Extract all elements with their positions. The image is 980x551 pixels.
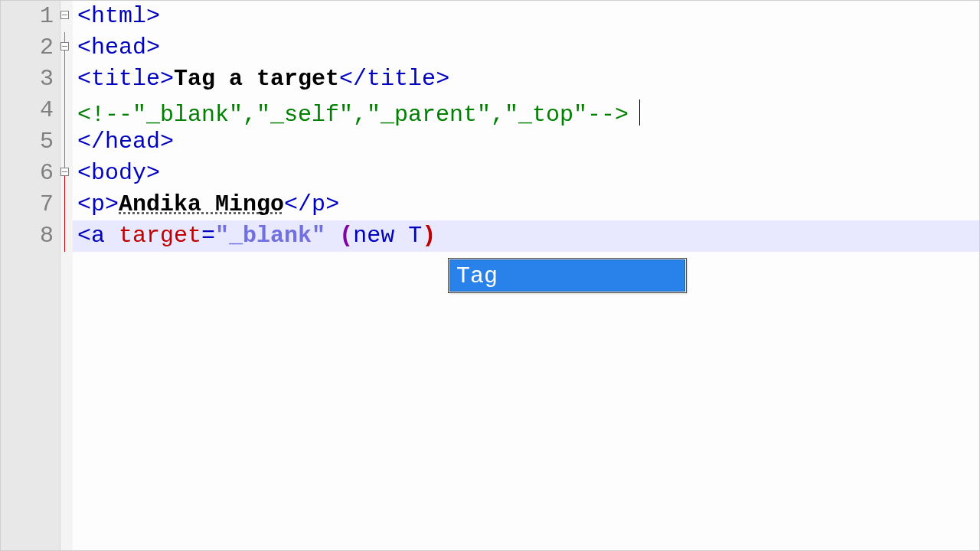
code-line[interactable]: <p>Andika Mingo</p>: [77, 189, 979, 220]
text-cursor: [639, 99, 640, 126]
line-number: 1: [1, 1, 54, 32]
fold-toggle-icon[interactable]: [60, 11, 69, 19]
fold-toggle-icon[interactable]: [60, 42, 69, 51]
code-area[interactable]: <html> <head> <title>Tag a target</title…: [73, 1, 979, 550]
autocomplete-popup[interactable]: Tag: [448, 258, 687, 293]
line-number-gutter: 1 2 3 4 5 6 7 8: [1, 1, 60, 550]
line-number: 8: [1, 220, 54, 252]
fold-toggle-icon[interactable]: [60, 168, 69, 176]
line-number: 5: [1, 126, 54, 158]
autocomplete-item[interactable]: Tag: [449, 259, 685, 292]
line-number: 6: [1, 158, 54, 189]
code-line[interactable]: </head>: [77, 126, 979, 158]
code-line[interactable]: <!--"_blank","_self","_parent","_top"-->: [77, 95, 979, 126]
line-number: 7: [1, 189, 54, 220]
line-number: 4: [1, 95, 54, 126]
line-number: 2: [1, 32, 54, 64]
fold-margin: [60, 1, 73, 550]
code-line[interactable]: <html>: [77, 1, 979, 32]
code-editor: 1 2 3 4 5 6 7 8 <html> <head>: [1, 1, 979, 550]
line-number: 3: [1, 64, 54, 95]
code-line[interactable]: <head>: [77, 32, 979, 64]
code-line[interactable]: <body>: [77, 158, 979, 189]
code-line[interactable]: <title>Tag a target</title>: [77, 64, 979, 95]
